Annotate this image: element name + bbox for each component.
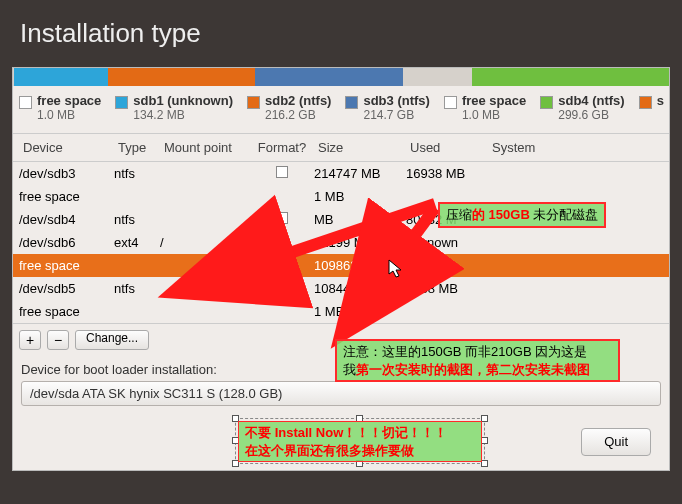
format-checkbox[interactable]	[276, 258, 288, 270]
legend-size: 216.2 GB	[265, 109, 331, 123]
cell-size: 214747 MB	[314, 166, 406, 181]
legend-size: 299.6 GB	[558, 109, 624, 123]
annotation-note-3: 不要 Install Now！！！切记！！！ 在这个界面还有很多操作要做	[238, 421, 482, 462]
table-row[interactable]: free space1 MB	[13, 300, 669, 323]
col-format: Format?	[250, 138, 314, 157]
bar-segment	[472, 68, 669, 86]
table-header: Device Type Mount point Format? Size Use…	[13, 134, 669, 162]
legend-item: free space1.0 MB	[19, 94, 101, 123]
legend-swatch	[19, 96, 32, 109]
cell-size: 1 MB	[314, 304, 406, 319]
legend-size: 134.2 MB	[133, 109, 233, 123]
legend-swatch	[247, 96, 260, 109]
cell-device: free space	[19, 304, 114, 319]
page-title: Installation type	[0, 0, 682, 67]
bar-segment	[108, 68, 256, 86]
table-row[interactable]: free space109862 MB	[13, 254, 669, 277]
table-row[interactable]: /dev/sdb5ntfs108447 MB7988 MB	[13, 277, 669, 300]
format-checkbox[interactable]	[276, 212, 288, 224]
disk-usage-bar	[13, 68, 669, 86]
col-used: Used	[406, 138, 488, 157]
cell-used: 16938 MB	[406, 166, 488, 181]
cell-device: /dev/sdb4	[19, 212, 114, 227]
partition-table: Device Type Mount point Format? Size Use…	[13, 133, 669, 324]
cell-size: MB	[314, 212, 406, 227]
legend-item: sdb1 (unknown)134.2 MB	[115, 94, 233, 123]
col-type: Type	[114, 138, 160, 157]
cell-device: free space	[19, 258, 114, 273]
change-partition-button[interactable]: Change...	[75, 330, 149, 350]
legend-item: sdb2 (ntfs)216.2 GB	[247, 94, 331, 123]
cell-size: 108447 MB	[314, 281, 406, 296]
table-row[interactable]: /dev/sdb6ext4/51199 MBunknown	[13, 231, 669, 254]
legend-swatch	[115, 96, 128, 109]
boot-loader-select[interactable]: /dev/sda ATA SK hynix SC311 S (128.0 GB)	[21, 381, 661, 406]
cell-device: free space	[19, 189, 114, 204]
annotation-note-1: 压缩的 150GB 未分配磁盘	[438, 202, 606, 228]
remove-partition-button[interactable]: −	[47, 330, 69, 350]
cell-format	[250, 281, 314, 296]
legend-name: sdb3 (ntfs)	[363, 94, 429, 109]
legend: free space1.0 MBsdb1 (unknown)134.2 MBsd…	[13, 94, 669, 133]
legend-name: free space	[462, 94, 526, 109]
legend-size: 1.0 MB	[462, 109, 526, 123]
legend-size: 214.7 GB	[363, 109, 429, 123]
cell-used: 7988 MB	[406, 281, 488, 296]
add-partition-button[interactable]: +	[19, 330, 41, 350]
cell-size: 109862 MB	[314, 258, 406, 273]
cell-type: ntfs	[114, 212, 160, 227]
cell-type: ntfs	[114, 281, 160, 296]
cell-format	[250, 235, 314, 250]
legend-item: sdb4 (ntfs)299.6 GB	[540, 94, 624, 123]
legend-name: free space	[37, 94, 101, 109]
legend-swatch	[444, 96, 457, 109]
cell-format	[250, 166, 314, 181]
legend-name: s	[657, 94, 664, 109]
cell-used: unknown	[406, 235, 488, 250]
legend-name: sdb4 (ntfs)	[558, 94, 624, 109]
legend-name: sdb1 (unknown)	[133, 94, 233, 109]
format-checkbox[interactable]	[276, 235, 288, 247]
legend-size: 1.0 MB	[37, 109, 101, 123]
cell-type: ntfs	[114, 166, 160, 181]
cell-type: ext4	[114, 235, 160, 250]
col-system: System	[488, 138, 663, 157]
format-checkbox[interactable]	[276, 166, 288, 178]
cell-format	[250, 212, 314, 227]
cell-device: /dev/sdb6	[19, 235, 114, 250]
bar-segment	[255, 68, 403, 86]
legend-swatch	[345, 96, 358, 109]
quit-button[interactable]: Quit	[581, 428, 651, 456]
cell-format	[250, 258, 314, 273]
col-device: Device	[19, 138, 114, 157]
cell-device: /dev/sdb3	[19, 166, 114, 181]
col-size: Size	[314, 138, 406, 157]
legend-swatch	[639, 96, 652, 109]
legend-name: sdb2 (ntfs)	[265, 94, 331, 109]
legend-item: sdb3 (ntfs)214.7 GB	[345, 94, 429, 123]
cell-size: 1 MB	[314, 189, 406, 204]
legend-item: s	[639, 94, 664, 123]
legend-item: free space1.0 MB	[444, 94, 526, 123]
col-mount: Mount point	[160, 138, 250, 157]
annotation-note-2: 注意：这里的150GB 而非210GB 因为这是 我第一次安装时的截图，第二次安…	[335, 339, 620, 382]
format-checkbox[interactable]	[276, 281, 288, 293]
content-panel: free space1.0 MBsdb1 (unknown)134.2 MBsd…	[12, 67, 670, 471]
cell-size: 51199 MB	[314, 235, 406, 250]
cell-mount: /	[160, 235, 250, 250]
cell-device: /dev/sdb5	[19, 281, 114, 296]
bar-segment	[403, 68, 472, 86]
legend-swatch	[540, 96, 553, 109]
bar-segment	[14, 68, 108, 86]
table-row[interactable]: /dev/sdb3ntfs214747 MB16938 MB	[13, 162, 669, 185]
